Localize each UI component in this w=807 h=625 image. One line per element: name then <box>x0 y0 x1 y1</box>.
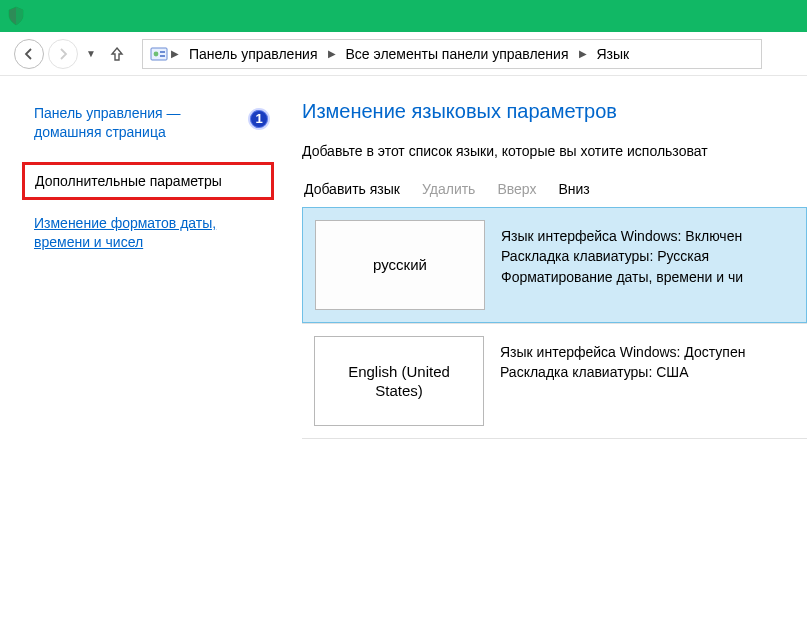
toolbar: Добавить язык Удалить Вверх Вниз <box>302 181 807 207</box>
sidebar: Панель управления — домашняя страница 1 … <box>0 76 288 625</box>
page-subtext: Добавьте в этот список языки, которые вы… <box>302 143 807 159</box>
nav-up-button[interactable] <box>104 41 130 67</box>
svg-rect-2 <box>160 51 165 53</box>
language-row[interactable]: русский Язык интерфейса Windows: Включен… <box>302 207 807 323</box>
content: Панель управления — домашняя страница 1 … <box>0 76 807 625</box>
addressbar[interactable]: ▶ Панель управления ▶ Все элементы панел… <box>142 39 762 69</box>
language-info: Язык интерфейса Windows: ДоступенРасклад… <box>496 324 807 438</box>
nav-back-button[interactable] <box>14 39 44 69</box>
remove-button[interactable]: Удалить <box>422 181 475 197</box>
language-tile: русский <box>315 220 485 310</box>
svg-rect-0 <box>151 48 167 60</box>
language-info: Язык интерфейса Windows: ВключенРаскладк… <box>497 208 806 322</box>
main: Изменение языковых параметров Добавьте в… <box>288 76 807 625</box>
chevron-right-icon: ▶ <box>577 48 589 59</box>
titlebar <box>0 0 807 32</box>
step-badge: 1 <box>248 108 270 130</box>
language-list: русский Язык интерфейса Windows: Включен… <box>302 207 807 439</box>
svg-rect-3 <box>160 55 165 57</box>
control-panel-icon <box>149 44 169 64</box>
sidebar-date-formats-link[interactable]: Изменение форматов даты, времени и чисел <box>34 214 272 253</box>
move-down-button[interactable]: Вниз <box>558 181 589 197</box>
navbar: ▼ ▶ Панель управления ▶ Все элементы пан… <box>0 32 807 76</box>
add-language-button[interactable]: Добавить язык <box>304 181 400 197</box>
nav-history-dropdown[interactable]: ▼ <box>82 48 100 59</box>
shield-icon <box>6 6 26 26</box>
svg-point-1 <box>154 51 159 56</box>
sidebar-home-link[interactable]: Панель управления — домашняя страница 1 <box>34 104 272 142</box>
chevron-right-icon: ▶ <box>326 48 338 59</box>
language-row[interactable]: English (United States) Язык интерфейса … <box>302 323 807 439</box>
breadcrumb-item[interactable]: Язык <box>589 46 638 62</box>
sidebar-additional-params[interactable]: Дополнительные параметры <box>22 162 274 200</box>
move-up-button[interactable]: Вверх <box>497 181 536 197</box>
breadcrumb-item[interactable]: Все элементы панели управления <box>338 46 577 62</box>
sidebar-home-label: Панель управления — домашняя страница <box>34 105 181 140</box>
page-title: Изменение языковых параметров <box>302 100 807 123</box>
chevron-right-icon: ▶ <box>169 48 181 59</box>
breadcrumb-item[interactable]: Панель управления <box>181 46 326 62</box>
nav-forward-button[interactable] <box>48 39 78 69</box>
language-tile: English (United States) <box>314 336 484 426</box>
